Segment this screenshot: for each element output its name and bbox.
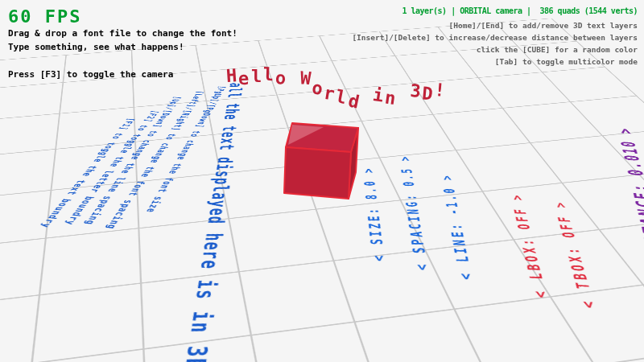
instruction-line: Press [F3] to toggle the camera: [8, 68, 237, 81]
wave-letter: [287, 66, 300, 87]
fps-counter: 60 FPS: [8, 6, 81, 27]
wave-letter: l: [251, 66, 263, 86]
hotkeys-block: [Home]/[End] to add/remove 3D text layer…: [352, 19, 638, 68]
wave-letter: e: [238, 68, 251, 89]
wave-letter: W: [299, 68, 313, 88]
wave-letter: [361, 68, 374, 89]
render-status-text: 1 layer(s) | ORBITAL camera | 386 quads …: [402, 6, 638, 15]
hotkey-line: [Insert]/[Delete] to increase/decrease d…: [352, 31, 638, 43]
instruction-line: Type something, see what happens!: [8, 40, 237, 54]
hotkey-line: click the [CUBE] for a random color: [352, 43, 638, 56]
wave-letter: [398, 70, 411, 91]
hotkey-line: [Tab] to toggle multicolor mode: [352, 56, 638, 68]
red-cube[interactable]: [284, 123, 358, 199]
wave-letter: l: [262, 64, 275, 85]
instruction-line: Drag & drop a font file to change the fo…: [8, 27, 237, 40]
wave-letter: !: [434, 80, 448, 101]
instructions-block: Drag & drop a font file to change the fo…: [8, 27, 237, 81]
render-canvas[interactable]: [F1] to toggle the text boundry[F2] to t…: [0, 0, 644, 362]
wave-letter: o: [275, 68, 288, 88]
hotkey-line: [Home]/[End] to add/remove 3D text layer…: [352, 19, 638, 31]
